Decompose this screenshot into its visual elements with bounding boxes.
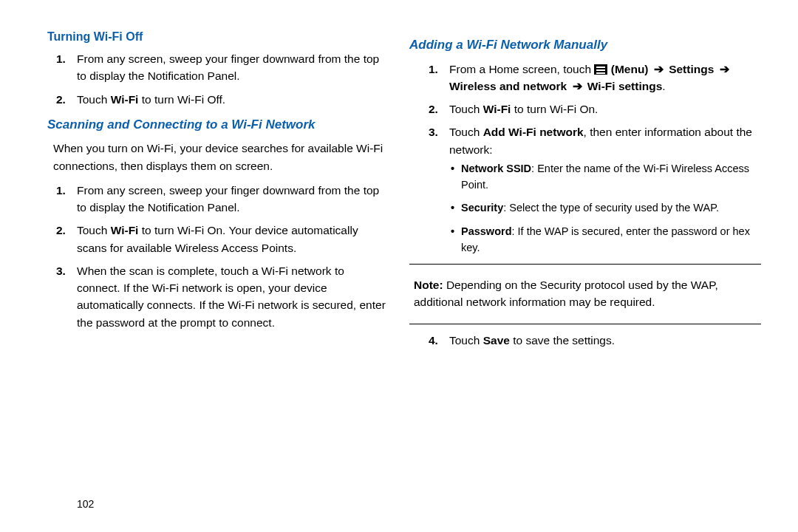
step-text: Touch Wi-Fi to turn Wi-Fi On. Your devic…: [77, 224, 358, 253]
arrow-icon: ➔: [573, 80, 582, 92]
list-item: 1. From a Home screen, touch (Menu) ➔ Se…: [449, 61, 761, 95]
list-item: 2.Touch Wi-Fi to turn Wi-Fi On.: [449, 100, 761, 117]
step-text: From a Home screen, touch (Menu) ➔ Setti…: [449, 63, 732, 92]
menu-icon: [594, 64, 607, 75]
list-item: 2.Touch Wi-Fi to turn Wi-Fi On. Your dev…: [77, 222, 389, 256]
note-text: Depending on the Security protocol used …: [414, 279, 718, 308]
step-text: When the scan is complete, touch a Wi-Fi…: [77, 265, 386, 329]
list-item: 3.Touch Add Wi-Fi network, then enter in…: [449, 123, 761, 256]
arrow-icon: ➔: [654, 63, 664, 75]
steps-turn-off: 1.From any screen, sweep your finger dow…: [37, 50, 389, 108]
step-text: Touch Add Wi-Fi network, then enter info…: [449, 126, 752, 155]
steps-add-manual: 1. From a Home screen, touch (Menu) ➔ Se…: [409, 61, 761, 256]
steps-scan-connect: 1.From any screen, sweep your finger dow…: [37, 182, 389, 331]
network-fields-list: Network SSID: Enter the name of the Wi-F…: [449, 161, 761, 256]
left-column: Turning Wi-Fi Off 1.From any screen, swe…: [37, 28, 389, 517]
list-item: 2.Touch Wi-Fi to turn Wi-Fi Off.: [77, 91, 389, 108]
step-text: Touch Save to save the settings.: [449, 334, 615, 347]
heading-turning-wifi-off: Turning Wi-Fi Off: [47, 28, 389, 46]
step-text: From any screen, sweep your finger downw…: [77, 52, 379, 82]
right-column: Adding a Wi-Fi Network Manually 1. From …: [409, 28, 761, 517]
list-item: 3.When the scan is complete, touch a Wi-…: [77, 262, 389, 331]
manual-page: Turning Wi-Fi Off 1.From any screen, swe…: [0, 0, 798, 532]
list-item: 4.Touch Save to save the settings.: [449, 332, 761, 349]
intro-paragraph: When you turn on Wi-Fi, your device sear…: [53, 140, 389, 174]
arrow-icon: ➔: [720, 63, 729, 75]
heading-scanning-connecting: Scanning and Connecting to a Wi-Fi Netwo…: [47, 115, 389, 134]
step-text: From any screen, sweep your finger downw…: [77, 184, 379, 214]
bullet-item: Network SSID: Enter the name of the Wi-F…: [461, 161, 761, 194]
step-text: Touch Wi-Fi to turn Wi-Fi On.: [449, 103, 598, 115]
divider: [409, 324, 761, 324]
note-label: Note:: [414, 279, 443, 291]
divider: [409, 264, 761, 265]
step-text: Touch Wi-Fi to turn Wi-Fi Off.: [77, 93, 225, 106]
bullet-item: Security: Select the type of security us…: [461, 200, 761, 216]
steps-save: 4.Touch Save to save the settings.: [409, 332, 761, 349]
page-number: 102: [77, 498, 94, 510]
bullet-item: Password: If the WAP is secured, enter t…: [461, 224, 761, 256]
list-item: 1.From any screen, sweep your finger dow…: [77, 182, 389, 216]
heading-adding-manually: Adding a Wi-Fi Network Manually: [409, 35, 761, 55]
list-item: 1.From any screen, sweep your finger dow…: [77, 50, 389, 85]
note-block: Note: Depending on the Security protocol…: [409, 272, 761, 316]
